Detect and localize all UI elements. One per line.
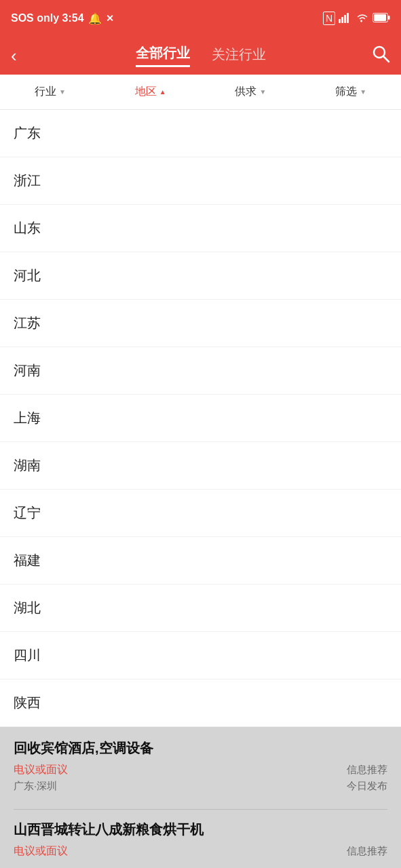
listing-location: 广东·深圳 <box>14 780 57 793</box>
header-nav: 全部行业 关注行业 <box>136 44 266 67</box>
list-item[interactable]: 福建 <box>0 537 401 585</box>
status-left: SOS only 3:54 🔔 ✕ <box>11 12 114 25</box>
filter-industry-label: 行业 <box>35 85 56 99</box>
filter-screen-arrow: ▼ <box>360 88 366 96</box>
status-icons: N <box>323 12 390 25</box>
listing-date: 今日发布 <box>347 780 387 793</box>
listing-price: 电议或面议 <box>14 763 68 777</box>
nfc-icon: N <box>323 12 335 25</box>
signal-icon <box>339 12 352 25</box>
list-item[interactable]: 陕西 <box>0 679 401 727</box>
list-item[interactable]: 辽宁 <box>0 490 401 537</box>
list-item[interactable]: 河北 <box>0 252 401 300</box>
listing-title: 山西晋城转让八成新粮食烘干机 <box>14 821 387 839</box>
filter-screen[interactable]: 筛选 ▼ <box>301 75 401 109</box>
battery-icon <box>373 13 390 24</box>
list-item[interactable]: 浙江 <box>0 157 401 205</box>
svg-line-8 <box>383 56 389 62</box>
bell-icon: 🔔 <box>88 12 102 25</box>
bottom-panel: 回收宾馆酒店,空调设备 电议或面议 信息推荐 广东·深圳 今日发布 山西晋城转让… <box>0 727 401 868</box>
tab-follow-industry[interactable]: 关注行业 <box>212 45 266 66</box>
close-icon: ✕ <box>106 13 114 24</box>
filter-supply[interactable]: 供求 ▼ <box>201 75 301 109</box>
back-button[interactable]: ‹ <box>11 47 17 64</box>
svg-rect-3 <box>347 13 349 23</box>
filter-region-label: 地区 <box>135 85 157 99</box>
listing-title: 回收宾馆酒店,空调设备 <box>14 739 387 757</box>
listing-item[interactable]: 山西晋城转让八成新粮食烘干机 电议或面议 信息推荐 <box>14 821 387 868</box>
region-list: 广东 浙江 山东 河北 江苏 河南 上海 湖南 辽宁 福建 湖北 四川 陕西 <box>0 110 401 727</box>
listing-item[interactable]: 回收宾馆酒店,空调设备 电议或面议 信息推荐 广东·深圳 今日发布 <box>14 739 387 806</box>
filter-region-arrow: ▲ <box>159 88 166 96</box>
listing-meta-row-2: 广东·深圳 今日发布 <box>14 780 387 793</box>
status-bar: SOS only 3:54 🔔 ✕ N <box>0 0 401 37</box>
svg-rect-0 <box>339 19 341 23</box>
filter-industry[interactable]: 行业 ▼ <box>0 75 100 109</box>
filter-supply-label: 供求 <box>235 85 256 99</box>
svg-rect-5 <box>388 16 390 20</box>
list-item[interactable]: 湖北 <box>0 585 401 632</box>
filter-industry-arrow: ▼ <box>59 88 66 96</box>
listing-meta-row-1: 电议或面议 信息推荐 <box>14 844 387 859</box>
svg-rect-1 <box>341 17 343 23</box>
list-item[interactable]: 湖南 <box>0 442 401 490</box>
wifi-icon <box>356 12 369 25</box>
list-item[interactable]: 山东 <box>0 205 401 252</box>
listing-badge: 信息推荐 <box>347 845 387 858</box>
listing-badge: 信息推荐 <box>347 764 387 776</box>
search-button[interactable] <box>371 44 390 68</box>
listing-price: 电议或面议 <box>14 844 68 859</box>
list-item[interactable]: 江苏 <box>0 300 401 347</box>
svg-rect-2 <box>344 15 346 23</box>
list-item[interactable]: 河南 <box>0 347 401 395</box>
listing-meta-row-1: 电议或面议 信息推荐 <box>14 763 387 777</box>
filter-screen-label: 筛选 <box>335 85 357 99</box>
listing-divider <box>14 809 387 810</box>
filter-region[interactable]: 地区 ▲ <box>100 75 201 109</box>
list-item[interactable]: 上海 <box>0 395 401 442</box>
filter-supply-arrow: ▼ <box>259 88 266 96</box>
tab-all-industry[interactable]: 全部行业 <box>136 44 190 67</box>
sos-text: SOS only 3:54 <box>11 12 84 24</box>
filter-bar: 行业 ▼ 地区 ▲ 供求 ▼ 筛选 ▼ <box>0 75 401 110</box>
svg-rect-6 <box>374 14 386 21</box>
list-item[interactable]: 四川 <box>0 632 401 679</box>
header: ‹ 全部行业 关注行业 <box>0 37 401 75</box>
list-item[interactable]: 广东 <box>0 110 401 157</box>
